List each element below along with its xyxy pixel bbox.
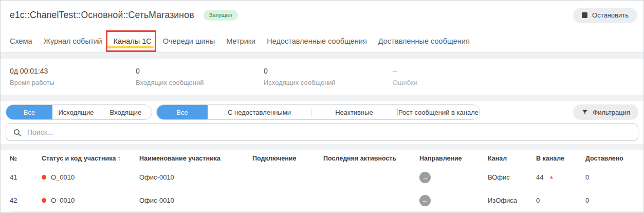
tab-bus-queues[interactable]: Очереди шины xyxy=(163,30,215,52)
direction-filter-all[interactable]: Все xyxy=(6,105,52,119)
trend-up-icon: ▲ xyxy=(549,175,554,180)
stat-value: 0д 00:01:43 xyxy=(10,67,136,75)
status-dot-red-icon xyxy=(42,198,46,203)
direction-filter-incoming[interactable]: Входящие xyxy=(100,105,152,119)
column-header-delivered[interactable]: Доставлено xyxy=(585,155,643,162)
direction-cell: ← xyxy=(419,195,488,206)
direction-cell: → xyxy=(419,172,488,183)
section-divider xyxy=(1,52,643,59)
status-filter-channel-growth[interactable]: Рост сообщений в канале xyxy=(397,105,480,119)
table-row[interactable]: 41 О_0010 Офис-0010 → ВОфис 44 ▲ 0 xyxy=(10,166,643,189)
channels-monitor-page: e1c::ChanelTest::Основной::СетьМагазинов… xyxy=(0,0,644,213)
segment-label: Исходящие xyxy=(59,109,94,116)
segment-divider xyxy=(311,109,311,116)
participant-name: Офис-0010 xyxy=(139,173,252,181)
segment-label: Неактивные xyxy=(335,109,373,116)
channel-name: ИзОфиса xyxy=(488,197,536,204)
stop-button-label: Остановить xyxy=(592,11,629,19)
channel-name: ВОфис xyxy=(488,173,536,181)
filtration-button-label: Фильтрация xyxy=(593,109,630,116)
stat-value: 0 xyxy=(136,67,264,75)
in-channel-count: 0 xyxy=(536,197,540,204)
status-and-code-cell: О_0010 xyxy=(42,173,139,181)
tab-metrics[interactable]: Метрики xyxy=(226,30,255,52)
direction-filter: Все Исходящие Входящие xyxy=(6,104,152,120)
column-header-last-activity[interactable]: Последняя активность xyxy=(323,155,419,162)
section-divider xyxy=(1,95,643,101)
table-header-row: № Статус и код участника↑ Наименование у… xyxy=(10,151,643,166)
stat-label: Входящих сообщений xyxy=(136,79,264,86)
column-header-channel[interactable]: Канал xyxy=(488,155,536,162)
arrow-left-glyph: ← xyxy=(422,197,429,204)
participant-name: Офис-0010 xyxy=(139,197,252,204)
tab-undelivered-messages[interactable]: Недоставленные сообщения xyxy=(267,30,367,52)
stat-uptime: 0д 00:01:43 Время работы xyxy=(10,67,136,95)
status-filter: Все С недоставленными Неактивные Рост со… xyxy=(156,104,480,120)
tab-label: Доставленные сообщения xyxy=(378,37,470,45)
filters-section: Все Исходящие Входящие Все С недоставлен… xyxy=(1,101,643,144)
sort-ascending-icon: ↑ xyxy=(117,155,120,162)
column-header-direction[interactable]: Направление xyxy=(419,155,488,162)
segment-divider xyxy=(397,109,398,116)
stat-label: Время работы xyxy=(10,79,136,86)
tab-label: Каналы 1С xyxy=(114,37,152,45)
in-channel-count: 44 xyxy=(536,173,543,181)
participant-code: О_0010 xyxy=(51,173,75,181)
arrow-right-glyph: → xyxy=(422,174,429,181)
header: e1c::ChanelTest::Основной::СетьМагазинов… xyxy=(1,1,643,30)
segment-label: Все xyxy=(24,109,35,116)
page-title: e1c::ChanelTest::Основной::СетьМагазинов xyxy=(10,10,194,21)
tab-label: Недоставленные сообщения xyxy=(267,37,367,45)
tab-label: Метрики xyxy=(226,37,255,45)
column-header-status-code[interactable]: Статус и код участника↑ xyxy=(42,155,139,162)
stats-row: 0д 00:01:43 Время работы 0 Входящих сооб… xyxy=(1,59,643,95)
tab-event-log[interactable]: Журнал событий xyxy=(44,30,102,52)
status-filter-inactive[interactable]: Неактивные xyxy=(311,105,397,119)
filtration-button[interactable]: Фильтрация xyxy=(573,104,638,120)
segment-label: Входящие xyxy=(110,109,142,116)
stat-value: -- xyxy=(393,67,643,75)
segment-label: С недоставленными xyxy=(228,109,291,116)
status-filter-all[interactable]: Все xyxy=(157,105,208,119)
delivered-count: 0 xyxy=(585,173,643,181)
direction-filter-outgoing[interactable]: Исходящие xyxy=(52,105,100,119)
stat-value: 0 xyxy=(264,67,393,75)
column-header-participant-name[interactable]: Наименование участника xyxy=(139,155,252,162)
funnel-icon xyxy=(581,109,588,116)
tab-label: Очереди шины xyxy=(163,37,215,45)
tab-schema[interactable]: Схема xyxy=(10,30,32,52)
segment-label: Рост сообщений в канале xyxy=(398,109,479,116)
tab-bar: Схема Журнал событий Каналы 1С Очереди ш… xyxy=(1,30,643,52)
stop-square-icon xyxy=(582,12,587,18)
stat-label: Ошибки xyxy=(393,79,643,86)
in-channel-cell: 44 ▲ xyxy=(536,173,585,181)
row-number: 41 xyxy=(10,173,42,181)
tab-label: Схема xyxy=(10,37,32,45)
direction-incoming-icon: ← xyxy=(419,195,431,206)
status-badge: Запущен xyxy=(204,10,238,21)
status-dot-red-icon xyxy=(42,175,46,180)
column-header-number[interactable]: № xyxy=(10,155,42,162)
active-tab-underline xyxy=(107,46,154,48)
tab-channels-1c[interactable]: Каналы 1С xyxy=(114,30,152,52)
table-row[interactable]: 42 О_0010 Офис-0010 ← ИзОфиса 0 0 xyxy=(10,189,643,212)
status-filter-with-undelivered[interactable]: С недоставленными xyxy=(208,105,311,119)
search-input[interactable] xyxy=(27,128,631,136)
segment-label: Все xyxy=(176,109,188,116)
stat-errors: -- Ошибки xyxy=(393,67,643,95)
column-header-connection[interactable]: Подключение xyxy=(252,155,323,162)
stat-incoming-messages: 0 Входящих сообщений xyxy=(136,67,264,95)
row-number: 42 xyxy=(10,197,42,204)
delivered-count: 0 xyxy=(585,197,643,204)
segment-divider xyxy=(100,109,100,116)
column-header-label: Статус и код участника xyxy=(42,155,116,162)
tab-delivered-messages[interactable]: Доставленные сообщения xyxy=(378,30,470,52)
column-header-in-channel[interactable]: В канале xyxy=(536,155,585,162)
participant-code: О_0010 xyxy=(51,197,75,204)
channels-table: № Статус и код участника↑ Наименование у… xyxy=(1,150,643,212)
section-divider xyxy=(1,144,643,150)
in-channel-cell: 0 xyxy=(536,197,585,204)
stat-label: Исходящих сообщений xyxy=(264,79,393,86)
stat-outgoing-messages: 0 Исходящих сообщений xyxy=(264,67,393,95)
stop-button[interactable]: Остановить xyxy=(573,8,637,23)
